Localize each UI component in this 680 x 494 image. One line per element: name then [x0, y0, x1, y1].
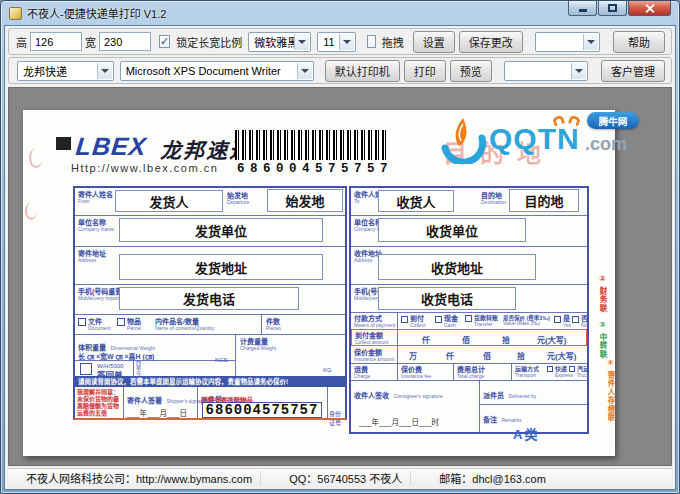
status-qq: QQ：56740553 不夜人: [281, 471, 411, 486]
pieces-label: 件数Pieces: [266, 318, 281, 332]
document-checkbox: [78, 318, 86, 326]
insurance-amount-label: 保价金额Insurance amount: [354, 349, 394, 363]
maximize-button[interactable]: [598, 1, 627, 16]
caption-buttons: [567, 1, 671, 16]
notice-banner: 请阅读背面协议，若需本单底面显示运输协议内容，贵重物品请务必保价!: [75, 376, 345, 387]
receiver-name-field: 收货人: [378, 190, 454, 212]
chevron-down-icon: [583, 34, 598, 50]
settings-button[interactable]: 设置: [413, 31, 455, 53]
font-name-select[interactable]: 微软雅黑: [248, 32, 311, 52]
width-input[interactable]: [99, 32, 151, 51]
receipt-number-label: 回单号: [135, 361, 142, 376]
pay-collect-option: 到付 Collect: [401, 315, 425, 329]
receiver-block: 收件人姓名To 收货人 目的地Destination 目的地 单位名称Compa…: [349, 186, 589, 434]
lbex-url: Http://www.lbex.com.cn: [71, 162, 218, 174]
stamp-arc: [29, 148, 43, 168]
tracking-number-box: 686004575757: [202, 402, 322, 418]
window-title: 不夜人-便捷快递单打印 V1.2: [27, 5, 166, 21]
print-button[interactable]: 打印: [404, 60, 446, 82]
preset-select[interactable]: [535, 32, 600, 52]
qqtn-watermark: QQTN .com 腾牛网: [437, 112, 667, 172]
preview-button[interactable]: 预览: [450, 60, 492, 82]
disclaimer-text: 我理解并同意：未保价货物的最高赔偿额为货物运费的五倍: [77, 389, 122, 417]
close-button[interactable]: [628, 1, 671, 16]
insurance-fee-label: 保价费Insurance fee: [401, 366, 431, 380]
document-option: 文件 Document: [78, 318, 111, 332]
receiver-address-field: 收货地址: [378, 254, 536, 280]
qqtn-badge: 腾牛网: [587, 112, 639, 129]
kg-label: KG: [323, 358, 332, 376]
minimize-icon: [579, 9, 587, 12]
chevron-down-icon: [571, 63, 586, 79]
copy-label-sender-stub: ④ 寄件人存根联: [605, 358, 616, 422]
courier-select[interactable]: 龙邦快递: [17, 61, 114, 81]
drag-checkbox[interactable]: [367, 35, 376, 48]
lock-ratio-label: 锁定长宽比例: [176, 34, 242, 50]
printer-select[interactable]: Microsoft XPS Document Writer: [120, 61, 314, 81]
stamp-arc: [25, 202, 37, 220]
parcel-checkbox: [117, 318, 125, 326]
charged-weight-label: 计费重量Charged Weight: [240, 338, 276, 352]
copy-label-finance: ② 财务联: [597, 274, 608, 313]
class-label: A类: [513, 424, 539, 443]
destination-field: 目的地: [509, 189, 579, 212]
chevron-down-icon: [97, 63, 112, 79]
receiver-mobile-field: 收货电话: [378, 287, 516, 310]
origin-label: 始发地Departure: [227, 192, 249, 206]
pay-cash-option: 现金 Cash: [435, 315, 458, 329]
collect-amount-row: 到付金额Collect amount 仟 佰 拾 元(大写): [351, 329, 587, 346]
waybill-preview-area[interactable]: LBEX 龙邦速递 Http://www.lbex.com.cn 6860045…: [8, 87, 672, 466]
app-icon: [9, 7, 22, 20]
charge-label: 运费Charge: [354, 366, 370, 380]
window-content: 高 宽 ✓ 锁定长宽比例 微软雅黑 11 拖拽 设置 保存更改: [4, 25, 676, 490]
origin-field: 始发地: [267, 189, 343, 212]
id-number-label: 身份证号:: [329, 409, 345, 427]
lock-ratio-checkbox[interactable]: ✓: [159, 35, 170, 48]
sender-block: 寄件人姓名From 发货人 始发地Departure 始发地 单位名称Compa…: [73, 186, 347, 420]
insure-question-label: 是否保价 (费率3‰) Value (Rate 3‰): [503, 315, 550, 327]
status-email: 邮箱：dhcl@163.com: [431, 471, 554, 486]
sender-name-field: 发货人: [115, 190, 223, 212]
copy-label-transit: ③ 中转联: [597, 320, 608, 359]
help-button[interactable]: 帮助: [613, 31, 665, 53]
sender-company-label: 单位名称Company Name: [78, 219, 114, 233]
chevron-down-icon: [294, 34, 309, 50]
sender-company-field: 发货单位: [119, 218, 323, 242]
maximize-icon: [608, 4, 617, 12]
screen: 不夜人-便捷快递单打印 V1.2 高 宽 ✓ 锁定长宽比例 微软雅黑: [0, 0, 680, 494]
app-window: 不夜人-便捷快递单打印 V1.2 高 宽 ✓ 锁定长宽比例 微软雅黑: [0, 0, 680, 494]
payment-method-label: 付款方式Means of payment: [354, 315, 395, 329]
height-input[interactable]: [30, 32, 82, 51]
customer-select[interactable]: [504, 61, 588, 81]
status-bar: 不夜人网络科技公司：http://www.bymans.com QQ：56740…: [8, 468, 672, 487]
title-bar[interactable]: 不夜人-便捷快递单打印 V1.2: [1, 1, 679, 25]
collect-amount-label: 到付金额Collect amount: [355, 332, 388, 346]
insure-no-option: 否 No: [572, 315, 588, 329]
sender-mobile-field: 发货电话: [119, 287, 299, 310]
toolbar-row-1: 高 宽 ✓ 锁定长宽比例 微软雅黑 11 拖拽 设置 保存更改: [8, 28, 672, 55]
sender-address-field: 发货地址: [119, 254, 323, 280]
chevron-down-icon: [339, 34, 354, 50]
transport-label: 运输方式 Transport: [515, 366, 539, 378]
qqtn-logo-icon: [437, 114, 487, 164]
delivered-by-label: 派件员 Delivered by: [483, 384, 536, 402]
sender-address-label: 寄件地址Address: [78, 250, 106, 264]
sender-name-label: 寄件人姓名From: [78, 191, 113, 205]
close-icon: [645, 3, 655, 13]
status-company: 不夜人网络科技公司：http://www.bymans.com: [18, 471, 261, 486]
destination-label: 目的地Destination: [481, 192, 506, 206]
lbex-logo-square: [56, 137, 71, 150]
customer-manage-button[interactable]: 客户管理: [601, 60, 665, 82]
default-printer-button[interactable]: 默认打印机: [325, 60, 400, 82]
font-size-select[interactable]: 11: [317, 32, 356, 52]
total-charge-label: 费用总计Total charge: [457, 366, 485, 380]
minimize-button[interactable]: [568, 1, 597, 16]
barcode: [235, 130, 387, 160]
truck-option: 汽运 Truck: [569, 366, 589, 378]
save-changes-button[interactable]: 保存更改: [459, 31, 523, 53]
chevron-down-icon: [297, 63, 312, 79]
lbex-logo-text: LBEX: [74, 132, 148, 161]
parcel-option: 物品 Parcel: [117, 318, 141, 332]
qqtn-suffix-text: .com: [585, 134, 627, 155]
consignee-sign-date: ___年___月___日___时: [359, 416, 439, 427]
